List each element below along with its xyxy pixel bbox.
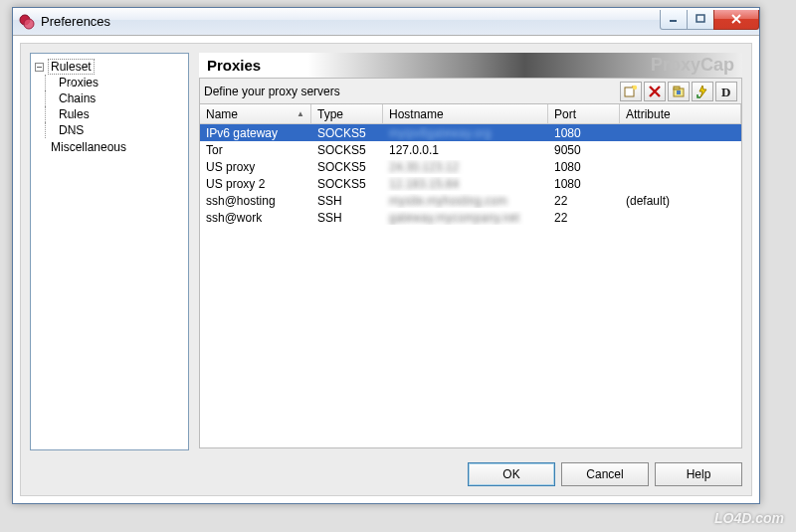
- table-row[interactable]: IPv6 gatewaySOCKS5myipv6gateway.org1080: [200, 124, 741, 141]
- quick-add-button[interactable]: [692, 82, 713, 101]
- cell-type: SOCKS5: [311, 143, 383, 157]
- table-row[interactable]: ssh@workSSHgateway.mycompany.net22: [200, 209, 741, 226]
- cell-port: 1080: [548, 177, 620, 191]
- cell-attr: (default): [620, 194, 741, 208]
- tree-node-dns[interactable]: DNS: [57, 123, 86, 137]
- preferences-window: Preferences –Ruleset Proxies: [12, 7, 760, 504]
- content-pane: Proxies ProxyCap Define your proxy serve…: [199, 53, 742, 450]
- svg-point-1: [24, 19, 34, 29]
- toolbar: Define your proxy servers D: [199, 79, 742, 104]
- cell-name: US proxy 2: [200, 177, 311, 191]
- section-title: Proxies: [207, 57, 261, 74]
- cell-host: 24.30.123.12: [383, 160, 548, 174]
- app-icon: [19, 14, 35, 30]
- cell-port: 22: [548, 211, 620, 225]
- svg-rect-8: [677, 90, 681, 94]
- help-button[interactable]: Help: [655, 462, 742, 486]
- cell-name: Tor: [200, 143, 311, 157]
- col-header-type[interactable]: Type: [311, 104, 383, 123]
- cell-type: SSH: [311, 194, 383, 208]
- cell-port: 1080: [548, 126, 620, 140]
- col-header-port[interactable]: Port: [548, 104, 620, 123]
- cell-type: SSH: [311, 211, 383, 225]
- tree-node-chains[interactable]: Chains: [57, 91, 98, 105]
- titlebar[interactable]: Preferences: [13, 8, 759, 36]
- new-proxy-button[interactable]: [620, 82, 642, 101]
- col-header-host[interactable]: Hostname: [383, 104, 548, 123]
- dialog-buttons: OK Cancel Help: [468, 462, 742, 486]
- cell-host: mysite.myhosting.com: [383, 194, 548, 208]
- window-title: Preferences: [41, 14, 661, 29]
- svg-rect-3: [696, 15, 704, 22]
- table-row[interactable]: TorSOCKS5127.0.0.19050: [200, 141, 741, 158]
- cell-host: 127.0.0.1: [383, 143, 548, 157]
- cell-type: SOCKS5: [311, 126, 383, 140]
- col-header-attr[interactable]: Attribute: [620, 104, 741, 123]
- tree-node-misc[interactable]: Miscellaneous: [49, 140, 128, 154]
- cell-type: SOCKS5: [311, 160, 383, 174]
- list-body: IPv6 gatewaySOCKS5myipv6gateway.org1080T…: [200, 124, 741, 226]
- tree-node-proxies[interactable]: Proxies: [57, 76, 100, 89]
- cell-name: ssh@work: [200, 211, 311, 225]
- cell-name: US proxy: [200, 160, 311, 174]
- list-header: Name▲ Type Hostname Port Attribute: [200, 104, 741, 124]
- svg-point-5: [633, 85, 637, 89]
- client-area: –Ruleset Proxies Chains Rules DNS Miscel…: [19, 42, 753, 497]
- section-header: Proxies ProxyCap: [199, 53, 742, 79]
- close-button[interactable]: [713, 10, 759, 30]
- ok-button[interactable]: OK: [468, 462, 555, 486]
- cell-name: IPv6 gateway: [200, 126, 311, 140]
- col-header-name[interactable]: Name▲: [200, 104, 311, 123]
- cell-port: 9050: [548, 143, 620, 157]
- properties-button[interactable]: [668, 82, 690, 101]
- cell-port: 22: [548, 194, 620, 208]
- table-row[interactable]: US proxySOCKS524.30.123.121080: [200, 158, 741, 175]
- navigation-tree[interactable]: –Ruleset Proxies Chains Rules DNS Miscel…: [30, 53, 189, 450]
- table-row[interactable]: ssh@hostingSSHmysite.myhosting.com22(def…: [200, 192, 741, 209]
- svg-rect-7: [674, 87, 680, 89]
- display-options-button[interactable]: D: [715, 82, 737, 101]
- cell-host: gateway.mycompany.net: [383, 211, 548, 225]
- sort-indicator-icon: ▲: [297, 109, 304, 118]
- cancel-button[interactable]: Cancel: [561, 462, 649, 486]
- cell-name: ssh@hosting: [200, 194, 311, 208]
- cell-host: myipv6gateway.org: [383, 126, 548, 140]
- svg-rect-2: [670, 20, 677, 22]
- proxy-list[interactable]: Name▲ Type Hostname Port Attribute IPv6 …: [199, 104, 742, 448]
- cell-host: 12.183.15.84: [383, 177, 548, 191]
- tree-node-ruleset[interactable]: Ruleset: [48, 59, 95, 75]
- section-description: Define your proxy servers: [204, 85, 620, 98]
- table-row[interactable]: US proxy 2SOCKS512.183.15.841080: [200, 175, 741, 192]
- tree-expander[interactable]: –: [35, 63, 44, 72]
- svg-rect-4: [625, 88, 634, 96]
- svg-text:D: D: [721, 85, 730, 98]
- cell-type: SOCKS5: [311, 177, 383, 191]
- brand-label: ProxyCap: [651, 55, 734, 76]
- window-controls: [661, 10, 759, 30]
- minimize-button[interactable]: [660, 10, 688, 30]
- watermark: LO4D.com: [714, 510, 784, 526]
- maximize-button[interactable]: [687, 10, 714, 30]
- delete-button[interactable]: [644, 82, 666, 101]
- cell-port: 1080: [548, 160, 620, 174]
- tree-node-rules[interactable]: Rules: [57, 107, 92, 121]
